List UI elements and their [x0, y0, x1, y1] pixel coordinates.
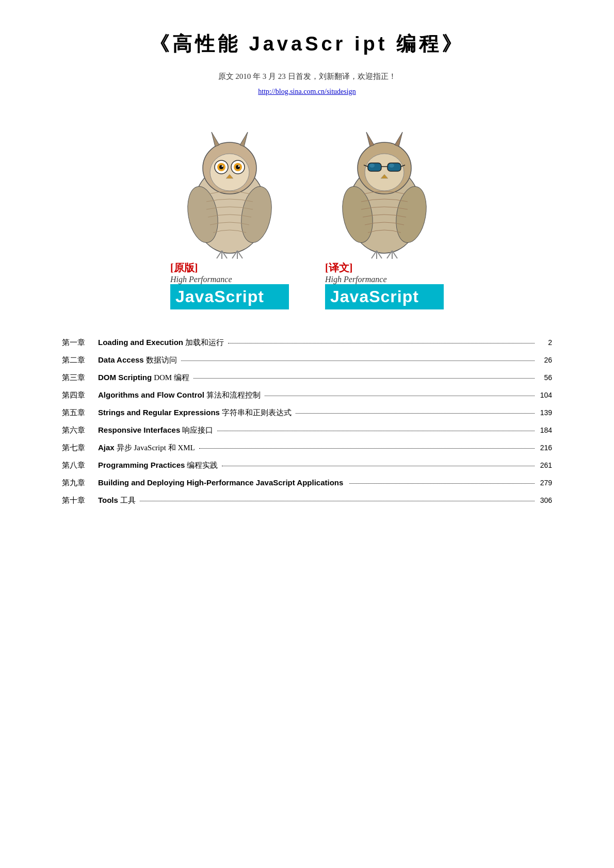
toc-page-1: 2 — [537, 336, 552, 349]
subtitle-text: 原文 2010 年 3 月 23 日首发，刘新翻译，欢迎指正！ — [62, 72, 552, 81]
javascript-banner-2: JavaScript — [325, 284, 444, 309]
toc-row-7: 第七章 Ajax 异步 JavaScript 和 XML 216 — [62, 440, 552, 455]
toc-dots-6 — [217, 431, 535, 431]
toc-chapter-6: 第六章 — [62, 423, 98, 437]
toc-en-8: Programming Practices — [98, 458, 185, 472]
owl-translated-image — [333, 117, 436, 261]
toc-en-5: Strings and Regular Expressions — [98, 405, 220, 419]
toc-page-8: 261 — [537, 459, 552, 472]
toc-page-7: 216 — [537, 441, 552, 454]
translated-label: [译文] — [325, 262, 352, 273]
translated-label-area: [译文] High Performance JavaScript — [315, 261, 454, 309]
toc-en-7: Ajax — [98, 440, 115, 454]
svg-point-28 — [365, 154, 404, 191]
translated-cover: [译文] High Performance JavaScript — [315, 117, 454, 309]
toc-row-10: 第十章 Tools 工具 306 — [62, 493, 552, 507]
toc-en-6: Responsive Interfaces — [98, 423, 180, 437]
svg-point-14 — [238, 166, 240, 167]
toc-chapter-1: 第一章 — [62, 336, 98, 350]
svg-point-34 — [369, 163, 375, 168]
toc-dots-8 — [222, 466, 535, 466]
svg-point-6 — [210, 154, 249, 191]
toc-cn-7: 异步 JavaScript 和 XML — [117, 441, 195, 455]
toc-page-9: 279 — [537, 477, 552, 489]
toc-en-4: Algorithms and Flow Control — [98, 388, 204, 402]
toc-en-10: Tools — [98, 493, 118, 507]
toc-en-1: Loading and Execution — [98, 335, 183, 349]
javascript-banner-1: JavaScript — [170, 284, 289, 309]
table-of-contents: 第一章 Loading and Execution 加载和运行 2 第二章 Da… — [62, 335, 552, 507]
svg-marker-5 — [240, 132, 248, 146]
svg-rect-29 — [368, 163, 381, 171]
owl-original-image — [178, 117, 281, 261]
toc-page-2: 26 — [537, 354, 552, 367]
toc-cn-3: DOM 编程 — [154, 371, 189, 385]
toc-dots-5 — [296, 413, 535, 414]
toc-page-3: 56 — [537, 371, 552, 384]
toc-en-3: DOM Scripting — [98, 370, 152, 384]
original-label-area: [原版] High Performance JavaScript — [160, 261, 299, 309]
toc-page-10: 306 — [537, 494, 552, 507]
toc-dots-9 — [349, 483, 535, 484]
toc-cn-5: 字符串和正则表达式 — [222, 406, 292, 420]
blog-link[interactable]: http://blog.sina.com.cn/situdesign — [258, 88, 356, 95]
svg-marker-27 — [395, 132, 402, 146]
toc-row-9: 第九章 Building and Deploying High-Performa… — [62, 476, 552, 490]
high-performance-label-2: High Performance — [325, 275, 444, 284]
toc-page-6: 184 — [537, 424, 552, 437]
toc-chapter-7: 第七章 — [62, 441, 98, 455]
page-title: 《高性能 JavaScr ipt 编程》 — [62, 31, 552, 57]
toc-chapter-5: 第五章 — [62, 406, 98, 420]
toc-cn-8: 编程实践 — [187, 458, 218, 472]
toc-cn-1: 加载和运行 — [185, 336, 224, 350]
original-book-text: High Performance JavaScript — [170, 275, 289, 309]
toc-page-5: 139 — [537, 406, 552, 419]
book-covers: [原版] High Performance JavaScript — [62, 117, 552, 309]
link-container: http://blog.sina.com.cn/situdesign — [62, 87, 552, 96]
toc-dots-3 — [193, 378, 535, 379]
high-performance-label-1: High Performance — [170, 275, 289, 284]
toc-chapter-10: 第十章 — [62, 494, 98, 507]
toc-row-5: 第五章 Strings and Regular Expressions 字符串和… — [62, 405, 552, 420]
toc-cn-2: 数据访问 — [146, 353, 177, 367]
toc-row-6: 第六章 Responsive Interfaces 响应接口 184 — [62, 423, 552, 437]
svg-rect-30 — [387, 163, 401, 171]
toc-cn-6: 响应接口 — [182, 423, 213, 437]
translated-book-text: High Performance JavaScript — [325, 275, 444, 309]
svg-marker-4 — [212, 132, 219, 146]
toc-dots-1 — [228, 343, 535, 343]
svg-point-35 — [389, 163, 394, 168]
toc-row-4: 第四章 Algorithms and Flow Control 算法和流程控制 … — [62, 388, 552, 402]
toc-chapter-3: 第三章 — [62, 371, 98, 385]
toc-dots-2 — [181, 361, 535, 361]
toc-chapter-8: 第八章 — [62, 458, 98, 472]
toc-dots-10 — [140, 501, 535, 501]
original-label: [原版] — [170, 262, 198, 273]
toc-page-4: 104 — [537, 389, 552, 402]
toc-row-2: 第二章 Data Access 数据访问 26 — [62, 353, 552, 367]
original-cover: [原版] High Performance JavaScript — [160, 117, 299, 309]
toc-row-8: 第八章 Programming Practices 编程实践 261 — [62, 458, 552, 472]
toc-row-1: 第一章 Loading and Execution 加载和运行 2 — [62, 335, 552, 350]
svg-marker-26 — [366, 132, 374, 146]
toc-dots-7 — [199, 448, 535, 449]
svg-point-13 — [222, 166, 223, 167]
toc-en-2: Data Access — [98, 353, 144, 367]
toc-chapter-4: 第四章 — [62, 388, 98, 402]
toc-en-9: Building and Deploying High-Performance … — [98, 476, 343, 489]
toc-chapter-9: 第九章 — [62, 476, 98, 490]
toc-cn-4: 算法和流程控制 — [206, 388, 261, 402]
toc-chapter-2: 第二章 — [62, 353, 98, 367]
toc-cn-10: 工具 — [120, 494, 136, 507]
toc-dots-4 — [265, 396, 535, 396]
toc-row-3: 第三章 DOM Scripting DOM 编程 56 — [62, 370, 552, 385]
